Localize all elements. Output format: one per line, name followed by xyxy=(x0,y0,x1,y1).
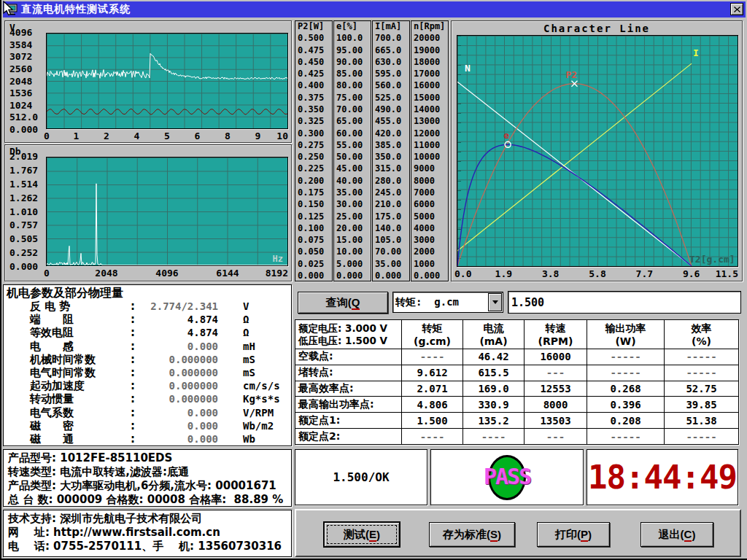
table-cell: ----- xyxy=(665,349,739,365)
axis-scale-value: 630.0 xyxy=(375,58,407,66)
table-column-header: 转速(RPM) xyxy=(525,320,587,349)
query-button[interactable]: 查询(Q xyxy=(298,292,388,314)
param-value: 2.774/2.341 xyxy=(139,300,218,312)
table-cell: 52.75 xyxy=(665,381,739,397)
param-row: 反 电 势:2.774/2.341V xyxy=(7,300,288,313)
x-tick-label: 4096 xyxy=(155,268,178,279)
close-icon xyxy=(734,7,740,12)
param-unit: Wb/m2 xyxy=(243,420,274,432)
x-tick-label: 1 xyxy=(74,131,80,141)
param-unit: V/RPM xyxy=(243,407,274,419)
param-row: 等效电阻:4.874Ω xyxy=(7,326,288,339)
param-unit: mS xyxy=(243,354,255,365)
axis-scale-value: 9000 xyxy=(414,164,446,173)
axis-scale-value: 140.0 xyxy=(375,224,407,233)
params-rows: 反 电 势:2.774/2.341V端 阻:4.874Ω等效电阻:4.874Ω电… xyxy=(7,300,288,446)
query-value-input[interactable] xyxy=(508,291,741,314)
row-label: 额定点2: xyxy=(295,429,402,445)
param-unit: Wb xyxy=(243,433,255,445)
save-standard-button[interactable]: 存为标准(S) xyxy=(429,522,515,547)
axis-scale-value: 25.00 xyxy=(336,212,368,221)
character-x-axis: 0.01.93.85.87.79.611.5 xyxy=(457,268,738,280)
axis-scale-value: 1000 xyxy=(414,260,446,268)
axis-scale-value: 40.00 xyxy=(336,176,368,185)
table-cell: 4.806 xyxy=(402,397,463,413)
param-row: 起动加速度:0.000000cm/s/s xyxy=(7,379,288,392)
spectrum-y-axis: 2.0191.7671.5141.2621.0100.7570.5050.252… xyxy=(9,152,44,271)
axis-scale-value: 65.00 xyxy=(336,117,368,125)
axis-column-header: I[mA] xyxy=(375,22,407,31)
param-unit: Ω xyxy=(243,327,249,338)
print-button[interactable]: 打印(P) xyxy=(537,522,610,547)
voltage-scope-plot xyxy=(46,33,288,129)
param-value: 0.000000 xyxy=(139,354,218,365)
axis-scale-value: 0.350 xyxy=(298,105,330,114)
torque-unit-dropdown[interactable]: 转矩: g.cm xyxy=(392,292,503,313)
axis-scale-columns: P2[W]0.5000.4750.4500.4250.4000.3750.350… xyxy=(295,20,449,281)
y-tick-label: 1.262 xyxy=(9,193,44,203)
axis-scale-value: 0.000 xyxy=(298,271,330,280)
x-tick-label: 6144 xyxy=(216,268,239,279)
param-row: 转动惯量:0.000000Kg*s*s xyxy=(7,392,288,405)
table-column-header: 电流(mA) xyxy=(463,320,525,349)
table-cell: ---- xyxy=(402,349,463,365)
axis-scale-value: 5.000 xyxy=(336,260,368,268)
axis-scale-value: 0.250 xyxy=(298,152,330,161)
param-label: 等效电阻 xyxy=(30,326,131,340)
pass-indicator-panel: PASS xyxy=(430,449,584,505)
axis-scale-value: 0.375 xyxy=(298,93,330,102)
voltage-scope-panel: V 4096358430722560204815361024512.00.000… xyxy=(4,20,292,143)
axis-column-header: e[%] xyxy=(336,22,368,31)
param-value: 0.000 xyxy=(139,420,218,432)
y-tick-label: 2560 xyxy=(9,64,44,74)
x-tick-label: 9.6 xyxy=(683,268,700,279)
spectrum-trace xyxy=(47,158,287,265)
table-row: 额定点1:1.500135.2135030.20851.38 xyxy=(295,413,739,429)
character-chart-title: Character Line xyxy=(452,23,742,34)
y-tick-label: 2.019 xyxy=(9,152,44,161)
axis-column-P2[W]: P2[W]0.5000.4750.4500.4250.4000.3750.350… xyxy=(295,20,333,281)
param-unit: Ω xyxy=(243,314,249,325)
product-info-line: 产品型号: 1012FE-85110EDS xyxy=(8,451,287,465)
y-tick-label: 0.505 xyxy=(9,234,44,244)
table-column-header: 效率(%) xyxy=(665,320,739,349)
axis-scale-value: 315.0 xyxy=(375,164,407,173)
param-row: 端 阻:4.874Ω xyxy=(7,313,288,326)
axis-scale-value: 0.075 xyxy=(298,236,330,244)
exit-button[interactable]: 退出(C) xyxy=(640,522,713,547)
axis-scale-value: 15.00 xyxy=(336,236,368,244)
dropdown-value: 转矩: g.cm xyxy=(393,296,488,309)
x-tick-label: 0 xyxy=(44,131,50,141)
action-button-bar: 测试(E)存为标准(S)打印(P)退出(C) xyxy=(295,509,741,557)
dropdown-arrow-button[interactable] xyxy=(488,293,502,311)
axis-scale-value: 18000 xyxy=(414,58,446,66)
param-value: 0.000 xyxy=(139,433,218,445)
axis-scale-value: 50.00 xyxy=(336,152,368,161)
axis-scale-value: 280.0 xyxy=(375,176,407,185)
x-tick-label: 5 xyxy=(164,131,170,141)
table-cell: 51.38 xyxy=(665,413,739,429)
mouse-cursor xyxy=(2,1,18,18)
table-cell: 1.500 xyxy=(402,413,463,429)
axis-scale-value: 560.0 xyxy=(375,81,407,90)
titlebar: 直流电机特性测试系统 xyxy=(3,1,746,18)
param-label: 端 阻 xyxy=(30,313,131,327)
x-tick-label: 5.8 xyxy=(589,268,605,279)
axis-scale-value: 35.00 xyxy=(375,260,407,268)
axis-scale-value: 700.0 xyxy=(375,34,407,42)
table-cell: 0.268 xyxy=(587,381,665,397)
test-button[interactable]: 测试(E) xyxy=(324,522,400,547)
axis-scale-value: 5000 xyxy=(414,212,446,221)
low-voltage-label: 低压电压: 1.500 V xyxy=(298,335,398,347)
y-tick-label: 1.514 xyxy=(9,179,44,189)
axis-scale-value: 20.00 xyxy=(336,224,368,233)
x-tick-label: 6 xyxy=(195,131,201,141)
param-colon: : xyxy=(131,392,139,405)
axis-scale-value: 525.0 xyxy=(375,93,407,102)
x-tick-label: 8192 xyxy=(266,268,288,279)
y-tick-label: 0.000 xyxy=(9,125,44,134)
axis-scale-value: 90.00 xyxy=(336,58,368,66)
param-label: 转动惯量 xyxy=(30,392,131,406)
close-button[interactable] xyxy=(730,3,743,15)
param-colon: : xyxy=(131,432,139,446)
